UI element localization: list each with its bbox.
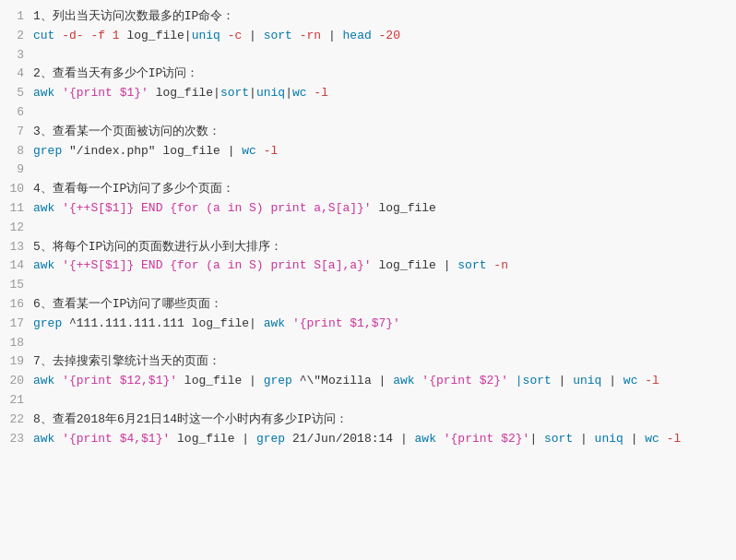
line-number: 4 — [0, 65, 24, 84]
code-line: awk '{print $1}' log_file|sort|uniq|wc -… — [33, 84, 727, 103]
line-number: 5 — [0, 84, 24, 103]
code-line — [33, 103, 727, 123]
code-line: cut -d- -f 1 log_file|uniq -c | sort -rn… — [33, 27, 727, 46]
line-number: 8 — [0, 142, 24, 161]
code-line — [33, 161, 727, 180]
line-number: 11 — [0, 199, 24, 219]
code-line: 3、查看某一个页面被访问的次数： — [33, 123, 727, 142]
code-line: grep ^111.111.111.111 log_file| awk '{pr… — [33, 315, 727, 334]
code-line: 5、将每个IP访问的页面数进行从小到大排序： — [33, 238, 727, 257]
code-line: awk '{print $4,$1}' log_file | grep 21/J… — [33, 430, 727, 449]
line-number: 15 — [0, 276, 24, 295]
line-number: 19 — [0, 352, 24, 372]
line-number: 12 — [0, 219, 24, 238]
line-number: 21 — [0, 391, 24, 411]
line-numbers: 1234567891011121314151617181920212223 — [0, 7, 33, 553]
line-number: 20 — [0, 372, 24, 391]
code-line: awk '{++S[$1]} END {for (a in S) print S… — [33, 256, 727, 276]
line-number: 16 — [0, 295, 24, 315]
code-line: awk '{print $12,$1}' log_file | grep ^\"… — [33, 372, 727, 391]
code-line: 8、查看2018年6月21日14时这一个小时内有多少IP访问： — [33, 411, 727, 430]
line-number: 9 — [0, 161, 24, 180]
line-number: 3 — [0, 46, 24, 66]
code-line: grep "/index.php" log_file | wc -l — [33, 142, 727, 161]
line-number: 2 — [0, 27, 24, 46]
line-number: 18 — [0, 334, 24, 353]
line-number: 6 — [0, 103, 24, 123]
code-line — [33, 334, 727, 353]
line-number: 22 — [0, 411, 24, 430]
code-line — [33, 391, 727, 411]
line-number: 23 — [0, 430, 24, 449]
line-number: 17 — [0, 315, 24, 334]
code-line — [33, 219, 727, 238]
line-number: 7 — [0, 123, 24, 142]
line-number: 1 — [0, 7, 24, 27]
code-line: 1、列出当天访问次数最多的IP命令： — [33, 7, 727, 27]
code-line: awk '{++S[$1]} END {for (a in S) print a… — [33, 199, 727, 219]
code-line — [33, 46, 727, 66]
code-line: 7、去掉搜索引擎统计当天的页面： — [33, 352, 727, 372]
code-content: 1、列出当天访问次数最多的IP命令：cut -d- -f 1 log_file|… — [33, 7, 736, 553]
line-number: 13 — [0, 238, 24, 257]
line-number: 10 — [0, 180, 24, 199]
code-container: 1234567891011121314151617181920212223 1、… — [0, 0, 736, 560]
code-line — [33, 276, 727, 295]
code-line: 4、查看每一个IP访问了多少个页面： — [33, 180, 727, 199]
code-line: 2、查看当天有多少个IP访问： — [33, 65, 727, 84]
code-line: 6、查看某一个IP访问了哪些页面： — [33, 295, 727, 315]
line-number: 14 — [0, 256, 24, 276]
